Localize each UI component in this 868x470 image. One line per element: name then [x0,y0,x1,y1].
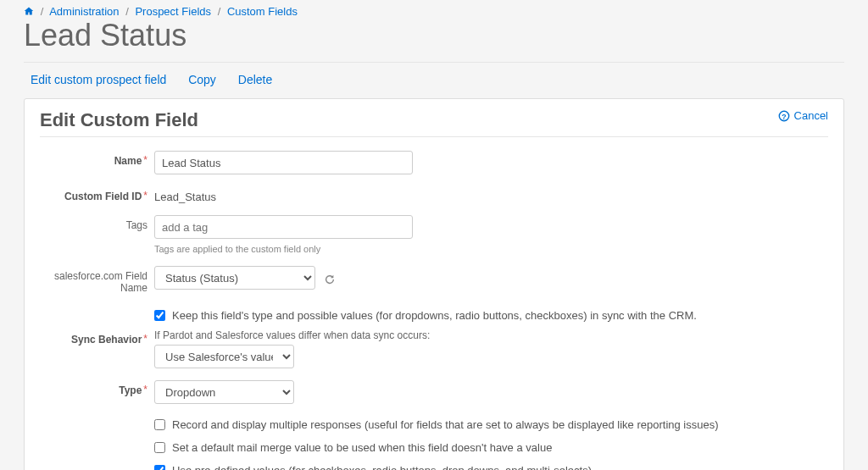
default-merge-option[interactable]: Set a default mail merge value to be use… [154,439,828,456]
page-title: Lead Status [24,18,844,63]
custom-field-id-label: Custom Field ID* [40,186,154,202]
sync-behavior-label: Sync Behavior* [40,329,154,346]
record-multiple-option[interactable]: Record and display multiple responses (u… [154,416,828,434]
separator: / [41,5,44,18]
type-label: Type* [40,380,154,396]
custom-field-id-value: Lead_Status [154,186,828,203]
keep-sync-label: Keep this field's type and possible valu… [172,309,697,322]
cancel-label: Cancel [794,109,828,122]
record-multiple-label: Record and display multiple responses (u… [172,418,719,431]
keep-sync-checkbox[interactable] [154,310,165,321]
cancel-link[interactable]: ? Cancel [778,109,828,122]
delete-link[interactable]: Delete [238,73,272,86]
predefined-values-option[interactable]: Use pre-defined values (for checkboxes, … [154,462,828,470]
svg-text:?: ? [782,112,786,120]
type-select[interactable]: Dropdown [154,380,294,404]
edit-prospect-field-link[interactable]: Edit custom prospect field [31,73,166,86]
record-multiple-checkbox[interactable] [154,419,165,430]
keep-sync-option[interactable]: Keep this field's type and possible valu… [154,307,828,324]
home-icon[interactable] [24,5,37,18]
name-label: Name* [40,151,154,167]
separator: / [218,5,221,18]
default-merge-label: Set a default mail merge value to be use… [172,441,552,454]
sync-behavior-select[interactable]: Use Salesforce's value [154,345,294,368]
tags-input[interactable] [154,215,413,239]
predefined-values-label: Use pre-defined values (for checkboxes, … [172,464,592,470]
breadcrumb-prospect-fields[interactable]: Prospect Fields [135,5,211,18]
help-icon: ? [778,110,790,122]
refresh-icon[interactable] [324,273,337,285]
copy-link[interactable]: Copy [188,73,216,86]
panel-title: Edit Custom Field [40,109,198,131]
tags-help-text: Tags are applied to the custom field onl… [154,244,828,254]
sf-field-label: salesforce.com Field Name [40,266,154,295]
default-merge-checkbox[interactable] [154,442,165,453]
sf-field-select[interactable]: Status (Status) [154,266,315,290]
separator: / [125,5,129,18]
predefined-values-checkbox[interactable] [154,465,165,470]
tags-label: Tags [40,215,154,231]
edit-panel: Edit Custom Field ? Cancel Name* Custom … [24,98,844,470]
breadcrumb: / Administration / Prospect Fields / Cus… [24,0,844,18]
name-input[interactable] [154,151,413,174]
sync-behavior-note: If Pardot and Salesforce values differ w… [154,329,828,341]
breadcrumb-administration[interactable]: Administration [49,5,119,18]
action-links: Edit custom prospect field Copy Delete [24,63,844,98]
breadcrumb-custom-fields[interactable]: Custom Fields [227,5,298,18]
